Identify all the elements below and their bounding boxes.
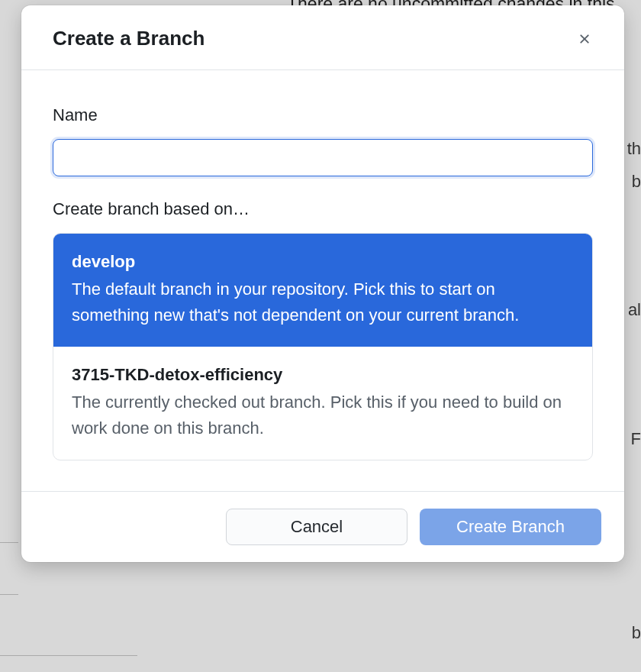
dialog-body: Name Create branch based on… develop The… bbox=[21, 70, 624, 491]
close-button[interactable] bbox=[574, 28, 595, 50]
dialog-title: Create a Branch bbox=[53, 27, 205, 50]
option-description: The currently checked out branch. Pick t… bbox=[72, 389, 574, 441]
backdrop-divider bbox=[0, 594, 18, 595]
option-name: develop bbox=[72, 252, 574, 272]
cancel-button[interactable]: Cancel bbox=[226, 509, 407, 545]
base-branch-option-develop[interactable]: develop The default branch in your repos… bbox=[53, 234, 592, 347]
backdrop-side-text: al bbox=[628, 300, 641, 320]
backdrop-side-text: b bbox=[632, 172, 641, 192]
dialog-footer: Cancel Create Branch bbox=[21, 491, 624, 562]
base-branch-option-current[interactable]: 3715-TKD-detox-efficiency The currently … bbox=[53, 347, 592, 460]
backdrop-side-text: th bbox=[627, 139, 641, 159]
backdrop-side-text: b bbox=[632, 623, 641, 643]
base-branch-options: develop The default branch in your repos… bbox=[53, 233, 593, 460]
backdrop-divider bbox=[0, 655, 137, 656]
close-icon bbox=[577, 31, 592, 47]
create-branch-button[interactable]: Create Branch bbox=[420, 509, 601, 545]
option-description: The default branch in your repository. P… bbox=[72, 276, 574, 328]
dialog-header: Create a Branch bbox=[21, 5, 624, 70]
name-label: Name bbox=[53, 105, 593, 125]
backdrop-side-text: F bbox=[631, 429, 641, 449]
branch-name-input[interactable] bbox=[53, 139, 593, 176]
backdrop-divider bbox=[0, 542, 18, 543]
option-name: 3715-TKD-detox-efficiency bbox=[72, 365, 574, 385]
create-branch-dialog: Create a Branch Name Create branch based… bbox=[21, 5, 624, 562]
based-on-label: Create branch based on… bbox=[53, 199, 593, 219]
